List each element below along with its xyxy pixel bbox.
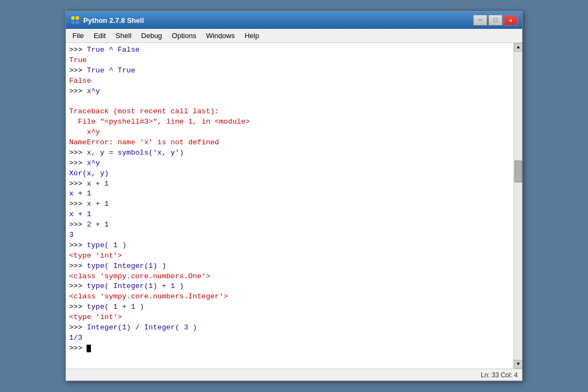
cmd-9: x + 1 xyxy=(87,180,109,188)
cmd-17: type( Integer(1) ) xyxy=(87,262,166,270)
svg-rect-1 xyxy=(76,16,79,20)
status-bar: Ln: 33 Col: 4 xyxy=(66,369,522,381)
window-title: Python 2.7.8 Shell xyxy=(83,16,470,24)
shell-area: >>> True ^ False True >>> True ^ True Fa… xyxy=(66,43,522,369)
shell-line-22: <type 'int'> xyxy=(69,313,510,323)
cmd-3: True ^ True xyxy=(87,66,135,75)
scroll-thumb[interactable] xyxy=(514,161,522,182)
menu-debug[interactable]: Debug xyxy=(137,30,166,41)
shell-line-tb2: File "<pyshell#3>", line 1, in <module> xyxy=(69,117,510,127)
prompt-15: >>> xyxy=(69,241,87,249)
output-8: Xor(x, y) xyxy=(69,169,109,177)
shell-line-8: Xor(x, y) xyxy=(69,169,510,179)
output-20: <class 'sympy.core.numbers.Integer'> xyxy=(69,292,228,301)
prompt-9: >>> xyxy=(69,180,87,188)
cmd-6: x, y = symbols('x, y') xyxy=(87,149,183,157)
scroll-down-button[interactable]: ▼ xyxy=(514,360,522,369)
shell-line-9: >>> x + 1 xyxy=(69,179,510,189)
output-tb3: x^y xyxy=(69,128,100,136)
cmd-7: x^y xyxy=(87,159,100,167)
cmd-11: x + 1 xyxy=(87,200,109,208)
menu-edit[interactable]: Edit xyxy=(89,30,110,41)
cmd-23: Integer(1) / Integer( 3 ) xyxy=(87,323,197,332)
scroll-up-button[interactable]: ▲ xyxy=(514,43,522,52)
shell-line-3: >>> True ^ True xyxy=(69,66,510,76)
minimize-button[interactable]: ─ xyxy=(473,15,487,26)
menu-file[interactable]: File xyxy=(68,30,88,41)
shell-line-4: False xyxy=(69,76,510,87)
prompt-21: >>> xyxy=(69,303,87,311)
menu-shell[interactable]: Shell xyxy=(111,30,136,41)
prompt-1: >>> xyxy=(69,46,87,54)
menu-help[interactable]: Help xyxy=(240,30,264,41)
title-bar: Python 2.7.8 Shell ─ □ ✕ xyxy=(66,11,522,29)
shell-line-24: 1/3 xyxy=(69,333,510,344)
shell-line-16: <type 'int'> xyxy=(69,251,510,261)
menu-windows[interactable]: Windows xyxy=(201,30,239,41)
shell-line-6: >>> x, y = symbols('x, y') xyxy=(69,148,510,158)
output-18: <class 'sympy.core.numbers.One'> xyxy=(69,272,210,280)
shell-line-1: >>> True ^ False xyxy=(69,45,510,56)
cmd-21: type( 1 + 1 ) xyxy=(87,303,144,311)
python-shell-window: Python 2.7.8 Shell ─ □ ✕ File Edit Shell… xyxy=(65,11,523,381)
shell-content[interactable]: >>> True ^ False True >>> True ^ True Fa… xyxy=(66,43,513,369)
restore-button[interactable]: □ xyxy=(488,15,503,26)
prompt-11: >>> xyxy=(69,200,87,208)
shell-line-18: <class 'sympy.core.numbers.One'> xyxy=(69,272,510,282)
status-text: Ln: 33 Col: 4 xyxy=(481,371,518,379)
window-controls: ─ □ ✕ xyxy=(473,15,518,26)
output-tb1: Traceback (most recent call last): xyxy=(69,107,219,115)
output-22: <type 'int'> xyxy=(69,313,122,321)
shell-line-19: >>> type( Integer(1) + 1 ) xyxy=(69,281,510,292)
svg-rect-2 xyxy=(71,21,75,24)
close-button[interactable]: ✕ xyxy=(504,15,518,26)
scrollbar[interactable]: ▲ ▼ xyxy=(513,43,522,369)
output-2: True xyxy=(69,56,87,64)
shell-line-5: >>> x^y xyxy=(69,87,510,97)
shell-line-21: >>> type( 1 + 1 ) xyxy=(69,302,510,313)
shell-line-tb4: NameError: name 'x' is not defined xyxy=(69,138,510,148)
shell-line-14: 3 xyxy=(69,230,510,241)
shell-line-blank xyxy=(69,96,510,107)
cmd-19: type( Integer(1) + 1 ) xyxy=(87,282,183,290)
prompt-5: >>> xyxy=(69,87,87,95)
cmd-5: x^y xyxy=(87,87,100,95)
prompt-active: >>> xyxy=(69,344,87,352)
menu-bar: File Edit Shell Debug Options Windows He… xyxy=(66,29,522,43)
output-tb2: File "<pyshell#3>", line 1, in <module> xyxy=(69,118,250,126)
python-icon xyxy=(70,15,80,25)
shell-line-20: <class 'sympy.core.numbers.Integer'> xyxy=(69,292,510,302)
cursor xyxy=(87,345,91,352)
output-10: x + 1 xyxy=(69,189,91,198)
shell-line-17: >>> type( Integer(1) ) xyxy=(69,261,510,272)
prompt-13: >>> xyxy=(69,220,87,229)
shell-line-active[interactable]: >>> xyxy=(69,344,510,354)
shell-line-tb1: Traceback (most recent call last): xyxy=(69,107,510,117)
output-14: 3 xyxy=(69,231,74,239)
shell-line-11: >>> x + 1 xyxy=(69,199,510,210)
shell-line-tb3: x^y xyxy=(69,127,510,138)
shell-line-23: >>> Integer(1) / Integer( 3 ) xyxy=(69,323,510,333)
shell-line-13: >>> 2 + 1 xyxy=(69,220,510,230)
output-12: x + 1 xyxy=(69,210,91,218)
output-16: <type 'int'> xyxy=(69,252,122,260)
scroll-track[interactable] xyxy=(514,52,522,360)
shell-line-7: >>> x^y xyxy=(69,158,510,169)
svg-rect-3 xyxy=(76,21,79,24)
cmd-15: type( 1 ) xyxy=(87,241,126,249)
prompt-19: >>> xyxy=(69,282,87,290)
shell-line-15: >>> type( 1 ) xyxy=(69,241,510,251)
prompt-3: >>> xyxy=(69,66,87,75)
prompt-23: >>> xyxy=(69,323,87,332)
output-tb4: NameError: name 'x' is not defined xyxy=(69,138,219,146)
shell-line-12: x + 1 xyxy=(69,210,510,220)
output-4: False xyxy=(69,77,91,85)
prompt-17: >>> xyxy=(69,262,87,270)
cmd-1: True ^ False xyxy=(87,46,139,54)
prompt-7: >>> xyxy=(69,159,87,167)
menu-options[interactable]: Options xyxy=(168,30,201,41)
svg-rect-0 xyxy=(71,16,75,20)
cmd-13: 2 + 1 xyxy=(87,220,109,229)
shell-line-2: True xyxy=(69,56,510,66)
output-24: 1/3 xyxy=(69,334,82,342)
